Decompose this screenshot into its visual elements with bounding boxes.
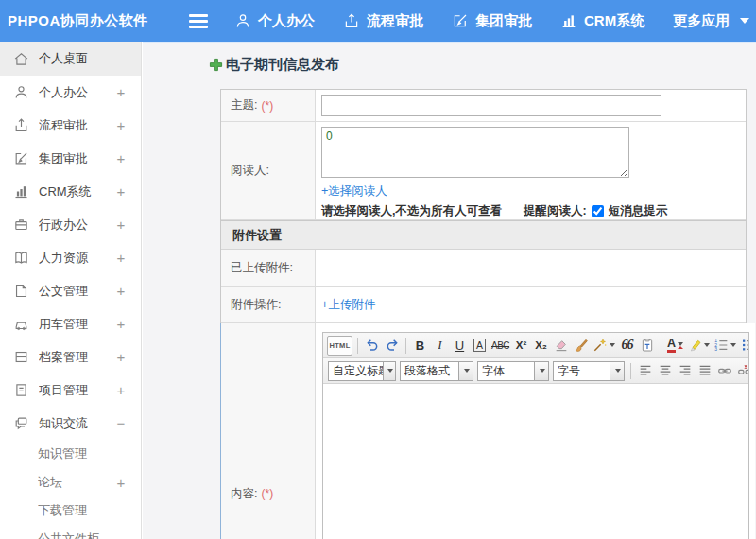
justify-icon[interactable]	[696, 361, 713, 381]
readers-label: 阅读人:	[231, 163, 269, 179]
top-nav: 个人办公流程审批集团审批CRM系统更多应用	[234, 12, 749, 30]
strikethrough-button[interactable]: ABC	[490, 336, 510, 356]
subject-label: 主题:	[231, 97, 257, 113]
collapse-icon[interactable]: −	[114, 415, 128, 431]
undo-icon[interactable]	[363, 336, 381, 356]
nav-item-label: 流程审批	[367, 12, 423, 30]
unlink-icon[interactable]	[735, 361, 748, 381]
font-select[interactable]: 字体	[477, 361, 549, 381]
blockquote-button[interactable]: 66	[618, 336, 636, 356]
choose-readers-link[interactable]: +选择阅读人	[321, 183, 740, 200]
sms-remind-checkbox[interactable]	[592, 205, 604, 217]
nav-item-5[interactable]: 更多应用	[673, 12, 749, 30]
format-brush-icon[interactable]	[572, 336, 590, 356]
subscript-button[interactable]: X₂	[532, 336, 550, 356]
sidebar-item-4[interactable]: 集团审批+	[0, 142, 141, 175]
expand-icon[interactable]: +	[114, 117, 128, 133]
book-icon	[13, 250, 29, 266]
sidebar-item-9[interactable]: 用车管理+	[0, 307, 141, 340]
char-border-button[interactable]: A	[471, 336, 489, 356]
superscript-button[interactable]: X²	[512, 336, 530, 356]
sidebar-item-16[interactable]: 公共文件柜	[0, 525, 141, 539]
sidebar-item-label: 用车管理	[39, 316, 114, 333]
hamburger-menu-icon[interactable]	[189, 14, 208, 28]
html-source-button[interactable]: HTML	[327, 336, 352, 356]
editor-content-area[interactable]	[323, 384, 748, 539]
sidebar-item-10[interactable]: 档案管理+	[0, 340, 141, 374]
redo-icon[interactable]	[383, 336, 401, 356]
sidebar-item-6[interactable]: 行政办公+	[0, 208, 141, 241]
expand-icon[interactable]: +	[114, 217, 128, 233]
expand-icon[interactable]: +	[114, 475, 128, 491]
publish-form: 主题: (*) 阅读人: 0 +选择阅读人 请选择阅读人,不选为所有人可查看 提…	[220, 89, 747, 539]
subject-input[interactable]	[321, 95, 662, 116]
sidebar-item-label: 公共文件柜	[38, 530, 128, 539]
remind-readers-label: 提醒阅读人:	[524, 203, 587, 219]
underline-button[interactable]: U	[451, 336, 469, 356]
font-color-button[interactable]: A	[666, 336, 684, 356]
sidebar-item-2[interactable]: 个人办公+	[0, 76, 141, 109]
sidebar-item-1[interactable]: 个人桌面	[0, 42, 141, 76]
dropdown-caret-icon	[383, 362, 395, 380]
align-left-icon[interactable]	[636, 361, 654, 381]
toolbar-separator	[630, 363, 631, 379]
archive-icon	[13, 349, 29, 365]
expand-icon[interactable]: +	[114, 84, 128, 100]
expand-icon[interactable]: +	[114, 183, 128, 200]
eraser-icon[interactable]	[552, 336, 570, 356]
sidebar-item-5[interactable]: CRM系统+	[0, 175, 141, 208]
sidebar-item-label: 个人办公	[39, 84, 114, 101]
style-select[interactable]: 自定义标题	[328, 361, 396, 381]
ordered-list-icon[interactable]	[713, 336, 737, 356]
expand-icon[interactable]: +	[114, 250, 128, 266]
sidebar-item-label: 知识管理	[38, 445, 128, 462]
chevron-down-icon	[740, 18, 749, 24]
sidebar-item-3[interactable]: 流程审批+	[0, 109, 141, 142]
nav-item-label: 更多应用	[673, 12, 730, 30]
italic-button[interactable]: I	[431, 336, 449, 356]
nav-item-4[interactable]: CRM系统	[560, 12, 644, 30]
expand-icon[interactable]: +	[114, 150, 128, 166]
autotypeset-icon[interactable]	[592, 336, 616, 356]
sidebar-item-11[interactable]: 项目管理+	[0, 374, 141, 407]
top-header: PHPOA协同办公软件 个人办公流程审批集团审批CRM系统更多应用	[0, 0, 756, 42]
sidebar-item-label: 下载管理	[38, 502, 128, 519]
expand-icon[interactable]: +	[114, 316, 128, 332]
sidebar-item-8[interactable]: 公文管理+	[0, 274, 141, 307]
link-icon[interactable]	[715, 361, 733, 381]
unordered-list-icon[interactable]	[739, 336, 748, 356]
upload-attachment-link[interactable]: +上传附件	[321, 297, 375, 313]
sidebar-item-label: 公文管理	[39, 283, 114, 300]
sidebar-item-7[interactable]: 人力资源+	[0, 241, 141, 274]
toolbar-separator	[661, 338, 662, 354]
sidebar: 个人桌面个人办公+流程审批+集团审批+CRM系统+行政办公+人力资源+公文管理+…	[0, 42, 142, 539]
dropdown-caret-icon	[610, 362, 624, 380]
attachment-op-row: 附件操作: +上传附件	[221, 287, 746, 323]
nav-item-3[interactable]: 集团审批	[452, 12, 532, 30]
sidebar-item-label: 流程审批	[39, 117, 114, 134]
sidebar-item-14[interactable]: 论坛+	[0, 468, 141, 496]
align-center-icon[interactable]	[656, 361, 674, 381]
nav-item-1[interactable]: 个人办公	[234, 12, 315, 30]
highlighter-icon[interactable]	[686, 336, 711, 356]
sidebar-item-label: 个人桌面	[39, 50, 128, 67]
align-right-icon[interactable]	[676, 361, 694, 381]
paste-icon[interactable]	[638, 336, 656, 356]
readers-textarea[interactable]: 0	[321, 127, 629, 178]
nav-item-2[interactable]: 流程审批	[343, 12, 423, 30]
expand-icon[interactable]: +	[114, 382, 128, 398]
readers-row: 阅读人: 0 +选择阅读人 请选择阅读人,不选为所有人可查看 提醒阅读人: 短消…	[221, 122, 746, 220]
format-select[interactable]: 段落格式	[400, 361, 473, 381]
editor-toolbar-row1: HTMLBIUAABCX²X₂66A	[323, 333, 748, 358]
nav-item-label: 个人办公	[258, 12, 315, 30]
sidebar-item-12[interactable]: 知识交流−	[0, 407, 141, 440]
chart-icon	[560, 12, 577, 29]
sidebar-item-15[interactable]: 下载管理	[0, 496, 141, 525]
sidebar-item-label: 项目管理	[39, 382, 114, 399]
size-select[interactable]: 字号	[553, 361, 625, 381]
sidebar-item-13[interactable]: 知识管理	[0, 440, 141, 468]
dropdown-caret-icon	[678, 342, 683, 349]
bold-button[interactable]: B	[411, 336, 429, 356]
expand-icon[interactable]: +	[114, 283, 128, 299]
expand-icon[interactable]: +	[114, 349, 128, 365]
